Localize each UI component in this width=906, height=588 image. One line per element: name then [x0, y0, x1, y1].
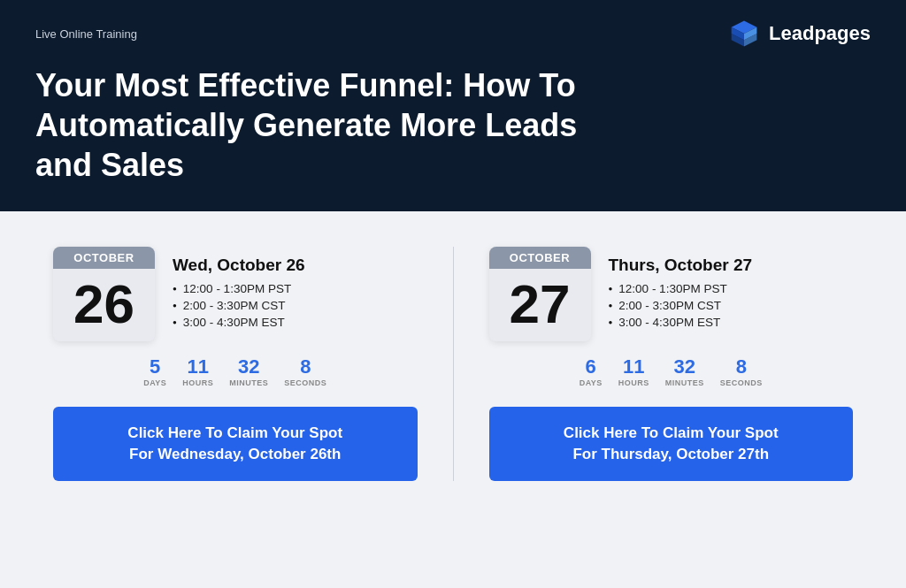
- logo-text: Leadpages: [769, 22, 871, 45]
- calendar-day: 27: [489, 269, 591, 341]
- calendar-month: October: [53, 247, 155, 269]
- cta-button-oct26[interactable]: Click Here To Claim Your SpotFor Wednesd…: [53, 407, 418, 481]
- logo: Leadpages: [728, 18, 871, 50]
- countdown-unit: 8 SECONDS: [720, 357, 763, 387]
- session-time-item: 3:00 - 4:30PM EST: [173, 316, 418, 329]
- session-divider: [453, 247, 454, 481]
- countdown-value: 5: [150, 357, 160, 377]
- countdown-label: DAYS: [580, 378, 603, 387]
- countdown-unit: 6 DAYS: [580, 357, 603, 387]
- calendar-day: 26: [53, 269, 155, 341]
- session-block-oct27: October 27 Thurs, October 2712:00 - 1:30…: [489, 247, 854, 481]
- calendar-icon-oct26: October 26: [53, 247, 155, 341]
- countdown-label: MINUTES: [665, 378, 704, 387]
- countdown-label: SECONDS: [284, 378, 326, 387]
- countdown-oct27: 6 DAYS 11 HOURS 32 MINUTES 8 SECONDS: [489, 357, 854, 387]
- sessions-row: October 26 Wed, October 2612:00 - 1:30PM…: [53, 247, 853, 481]
- countdown-unit: 11 HOURS: [618, 357, 649, 387]
- session-time-item: 12:00 - 1:30PM PST: [173, 282, 418, 295]
- session-times-list: 12:00 - 1:30PM PST2:00 - 3:30PM CST3:00 …: [609, 282, 854, 329]
- countdown-value: 11: [623, 357, 644, 377]
- countdown-value: 8: [300, 357, 311, 377]
- leadpages-icon: [728, 18, 760, 50]
- countdown-value: 32: [238, 357, 259, 377]
- session-details-oct26: Wed, October 2612:00 - 1:30PM PST2:00 - …: [173, 256, 418, 332]
- main-content: October 26 Wed, October 2612:00 - 1:30PM…: [0, 211, 906, 516]
- session-time-item: 2:00 - 3:30PM CST: [173, 299, 418, 312]
- countdown-label: HOURS: [618, 378, 649, 387]
- calendar-month: October: [489, 247, 591, 269]
- countdown-unit: 8 SECONDS: [284, 357, 326, 387]
- session-info-oct27: October 27 Thurs, October 2712:00 - 1:30…: [489, 247, 854, 341]
- session-details-oct27: Thurs, October 2712:00 - 1:30PM PST2:00 …: [609, 256, 854, 332]
- countdown-value: 8: [736, 357, 747, 377]
- countdown-label: MINUTES: [229, 378, 268, 387]
- session-time-item: 3:00 - 4:30PM EST: [609, 316, 854, 329]
- session-times-list: 12:00 - 1:30PM PST2:00 - 3:30PM CST3:00 …: [173, 282, 418, 329]
- session-block-oct26: October 26 Wed, October 2612:00 - 1:30PM…: [53, 247, 418, 481]
- header-top: Live Online Training Leadpages: [35, 18, 871, 50]
- page-title: Your Most Effective Funnel: How To Autom…: [35, 65, 637, 185]
- countdown-unit: 32 MINUTES: [229, 357, 268, 387]
- countdown-unit: 11 HOURS: [182, 357, 213, 387]
- header-section: Live Online Training Leadpages Your Most…: [0, 0, 906, 211]
- countdown-value: 11: [188, 357, 209, 377]
- cta-button-oct27[interactable]: Click Here To Claim Your SpotFor Thursda…: [489, 407, 854, 481]
- countdown-unit: 32 MINUTES: [665, 357, 704, 387]
- countdown-unit: 5 DAYS: [143, 357, 166, 387]
- countdown-value: 6: [586, 357, 596, 377]
- session-info-oct26: October 26 Wed, October 2612:00 - 1:30PM…: [53, 247, 418, 341]
- session-date-label: Wed, October 26: [173, 256, 418, 275]
- countdown-value: 32: [674, 357, 695, 377]
- countdown-oct26: 5 DAYS 11 HOURS 32 MINUTES 8 SECONDS: [53, 357, 418, 387]
- countdown-label: DAYS: [143, 378, 166, 387]
- session-time-item: 12:00 - 1:30PM PST: [609, 282, 854, 295]
- live-training-label: Live Online Training: [35, 27, 137, 41]
- countdown-label: HOURS: [182, 378, 213, 387]
- session-date-label: Thurs, October 27: [609, 256, 854, 275]
- calendar-icon-oct27: October 27: [489, 247, 591, 341]
- countdown-label: SECONDS: [720, 378, 763, 387]
- session-time-item: 2:00 - 3:30PM CST: [609, 299, 854, 312]
